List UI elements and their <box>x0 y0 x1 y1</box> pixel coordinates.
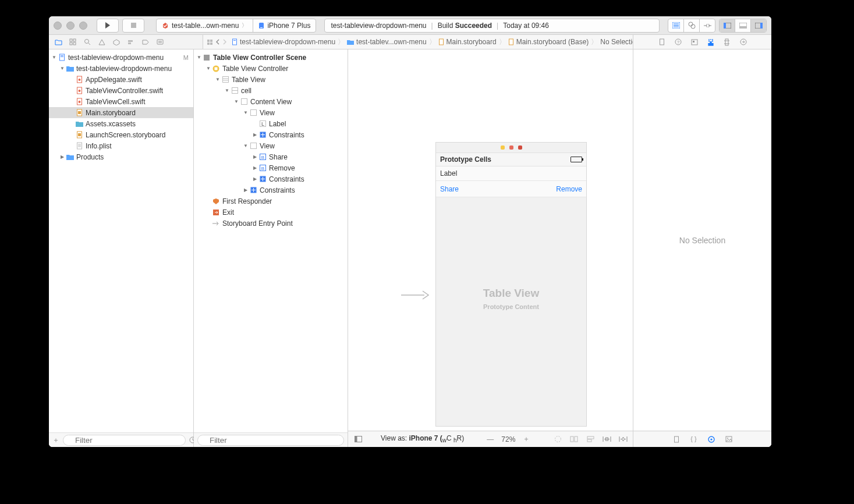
quick-help-inspector-icon[interactable]: ? <box>674 37 683 47</box>
interface-builder-canvas[interactable]: Prototype Cells Label ShareRemove Table … <box>348 49 633 447</box>
file-swift[interactable]: TableViewController.swift <box>49 85 193 96</box>
project-root[interactable]: ▼ test-tableview-dropdown-menu M <box>49 52 193 63</box>
resolve-constraints-icon[interactable] <box>618 434 628 445</box>
go-back-icon[interactable] <box>215 37 220 47</box>
add-constraints-icon[interactable] <box>601 434 612 445</box>
editor-mode-segmented[interactable] <box>668 19 715 33</box>
outline-content-view[interactable]: ▼Content View <box>194 96 348 107</box>
outline-first-responder[interactable]: First Responder <box>194 196 348 207</box>
group-folder[interactable]: ▼ test-tableview-dropdown-menu <box>49 63 193 74</box>
file-swift[interactable]: AppDelegate.swift <box>49 74 193 85</box>
cell-actions[interactable]: ShareRemove <box>436 181 586 197</box>
outline-tree[interactable]: ▼Table View Controller Scene ▼Table View… <box>194 49 348 432</box>
jump-bar[interactable]: test-tableview-dropdown-menu〉 test-table… <box>203 35 633 49</box>
project-tree[interactable]: ▼ test-tableview-dropdown-menu M ▼ test-… <box>49 49 193 432</box>
attributes-inspector-icon[interactable] <box>706 37 715 47</box>
stop-button[interactable] <box>122 19 144 33</box>
disclosure-icon[interactable]: ▶ <box>59 154 65 159</box>
outline-exit[interactable]: Exit <box>194 207 348 218</box>
toggle-debug-icon[interactable] <box>735 19 751 32</box>
outline-constraints-3[interactable]: ▶Constraints <box>194 184 348 196</box>
disclosure-icon[interactable]: ▼ <box>59 66 65 71</box>
add-button[interactable]: ＋ <box>52 435 59 445</box>
zoom-icon[interactable] <box>79 22 87 30</box>
file-storyboard[interactable]: LaunchScreen.storyboard <box>49 129 193 140</box>
products-folder[interactable]: ▶Products <box>49 151 193 162</box>
outline-cell[interactable]: ▼cell <box>194 85 348 96</box>
connections-inspector-icon[interactable] <box>739 37 748 47</box>
go-forward-icon[interactable] <box>222 37 227 47</box>
minimize-icon[interactable] <box>66 22 75 30</box>
file-plist[interactable]: Info.plist <box>49 140 193 151</box>
file-inspector-icon[interactable] <box>657 37 667 47</box>
zoom-value[interactable]: 72% <box>501 435 515 443</box>
svg-rect-18 <box>73 42 76 45</box>
outline-view1[interactable]: ▼View <box>194 107 348 118</box>
svg-point-8 <box>691 24 695 29</box>
project-navigator-icon[interactable] <box>54 37 63 47</box>
symbol-navigator-icon[interactable] <box>68 37 77 47</box>
inspector-selector: ? <box>633 35 771 49</box>
close-icon[interactable] <box>54 22 62 30</box>
size-inspector-icon[interactable] <box>722 37 732 47</box>
zoom-in-button[interactable]: ＋ <box>521 434 531 445</box>
code-snippet-library-icon[interactable]: { } <box>689 435 699 444</box>
crumb-base[interactable]: Main.storyboard (Base) <box>516 38 589 46</box>
activity-status[interactable]: test-tableview-dropdown-menu| Build Succ… <box>324 19 660 33</box>
media-library-icon[interactable] <box>724 435 733 444</box>
outline-constraints-1[interactable]: ▶Constraints <box>194 129 348 140</box>
disclosure-icon[interactable]: ▼ <box>51 55 57 60</box>
crumb-group[interactable]: test-tablev...own-menu <box>356 38 427 46</box>
toggle-navigator-icon[interactable] <box>720 19 735 32</box>
titlebar: test-table...own-menu〉 iPhone 7 Plus tes… <box>49 16 771 35</box>
document-outline: ▼Table View Controller Scene ▼Table View… <box>194 49 348 447</box>
test-navigator-icon[interactable] <box>112 37 121 47</box>
file-swift[interactable]: TableViewCell.swift <box>49 96 193 107</box>
toggle-utilities-icon[interactable] <box>751 19 766 32</box>
outline-tableview[interactable]: ▼Table View <box>194 74 348 85</box>
view-as-label[interactable]: View as: iPhone 7 (wC hR) <box>381 434 464 443</box>
share-button[interactable]: Share <box>440 185 459 193</box>
outline-filter-input[interactable] <box>197 435 344 446</box>
outline-tvc[interactable]: ▼Table View Controller <box>194 63 348 74</box>
crumb-selection[interactable]: No Selection <box>600 38 633 46</box>
outline-scene[interactable]: ▼Table View Controller Scene <box>194 52 348 63</box>
related-items-icon[interactable] <box>207 37 213 47</box>
outline-constraints-2[interactable]: ▶Constraints <box>194 173 348 184</box>
issue-navigator-icon[interactable] <box>97 37 107 47</box>
panel-toggles[interactable] <box>719 19 767 33</box>
version-editor-icon[interactable] <box>700 19 715 32</box>
file-storyboard-selected[interactable]: Main.storyboard <box>49 107 193 118</box>
outline-entry-point[interactable]: Storyboard Entry Point <box>194 218 348 229</box>
align-icon[interactable] <box>585 434 596 445</box>
crumb-project[interactable]: test-tableview-dropdown-menu <box>240 38 335 46</box>
crumb-file[interactable]: Main.storyboard <box>447 38 497 46</box>
file-assets[interactable]: Assets.xcassets <box>49 118 193 129</box>
debug-navigator-icon[interactable] <box>126 37 136 47</box>
svg-line-20 <box>88 43 90 45</box>
tableview-controller-preview[interactable]: Prototype Cells Label ShareRemove Table … <box>435 142 587 427</box>
standard-editor-icon[interactable] <box>668 19 684 32</box>
outline-toggle-icon[interactable] <box>353 434 363 445</box>
status-build: Build Succeeded <box>438 22 492 30</box>
outline-share-button[interactable]: ▶BShare <box>194 151 348 162</box>
assistant-editor-icon[interactable] <box>684 19 700 32</box>
report-navigator-icon[interactable] <box>155 37 165 47</box>
navigator-filter-input[interactable] <box>63 435 186 446</box>
find-navigator-icon[interactable] <box>83 37 92 47</box>
run-button[interactable] <box>97 19 119 33</box>
object-library-icon[interactable] <box>707 435 716 444</box>
breakpoint-navigator-icon[interactable] <box>141 37 150 47</box>
identity-inspector-icon[interactable] <box>690 37 699 47</box>
outline-view2[interactable]: ▼View <box>194 140 348 151</box>
remove-button[interactable]: Remove <box>556 185 582 193</box>
outline-label[interactable]: LLabel <box>194 118 348 129</box>
file-template-library-icon[interactable] <box>672 435 681 444</box>
cell-label[interactable]: Label <box>436 166 586 181</box>
scheme-selector[interactable]: test-table...own-menu〉 iPhone 7 Plus <box>156 19 316 33</box>
zoom-out-button[interactable]: — <box>485 434 495 445</box>
update-frames-icon[interactable] <box>552 434 563 445</box>
outline-remove-button[interactable]: ▶BRemove <box>194 162 348 173</box>
embed-stack-icon[interactable] <box>569 434 579 445</box>
svg-point-49 <box>78 90 80 92</box>
